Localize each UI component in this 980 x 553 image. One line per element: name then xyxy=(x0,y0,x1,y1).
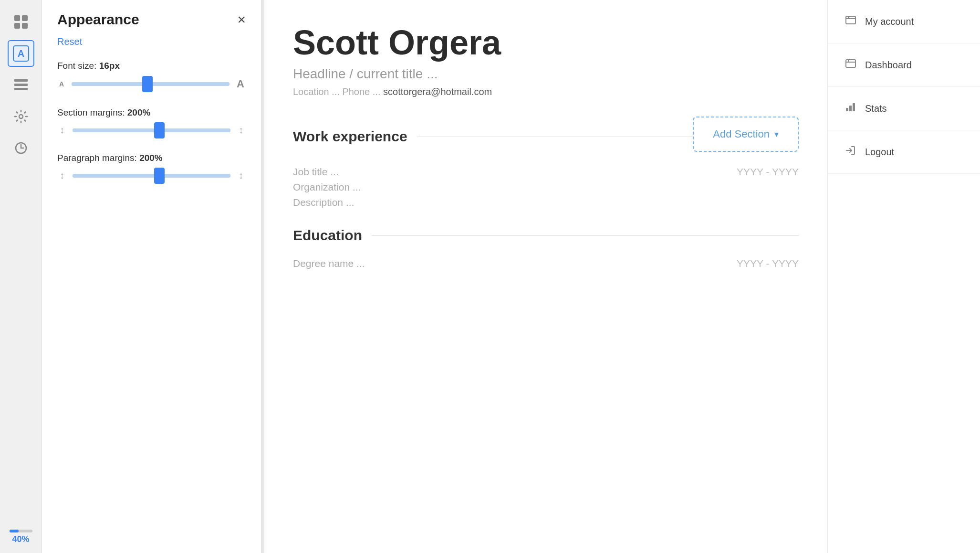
education-section-header: Education xyxy=(293,227,799,244)
add-section-button[interactable]: Add Section ▾ xyxy=(693,117,799,152)
paragraph-margins-section: Paragraph margins: 200% ↕ ↕ xyxy=(57,153,246,181)
work-experience-line xyxy=(417,137,693,137)
history-icon-btn[interactable] xyxy=(8,135,34,161)
job-title[interactable]: Job title ... xyxy=(293,166,339,178)
icon-sidebar: A 40% xyxy=(0,0,42,553)
resume-email[interactable]: scottorgera@hotmail.com xyxy=(383,86,492,97)
section-margins-label: Section margins: 200% xyxy=(57,107,246,118)
menu-item-my-account[interactable]: My account xyxy=(828,0,980,43)
add-section-label: Add Section xyxy=(713,128,770,140)
work-experience-title: Work experience xyxy=(293,128,407,145)
svg-rect-6 xyxy=(14,79,28,82)
degree-name[interactable]: Degree name ... xyxy=(293,258,365,269)
dashboard-label: Dashboard xyxy=(865,60,912,71)
text-format-icon-btn[interactable]: A xyxy=(8,40,34,67)
education-title: Education xyxy=(293,227,362,244)
stats-icon xyxy=(845,101,856,116)
zoom-area: 40% xyxy=(10,530,32,544)
menu-item-dashboard[interactable]: Dashboard xyxy=(828,43,980,87)
font-size-section: Font size: 16px A A xyxy=(57,61,246,90)
logout-icon xyxy=(845,145,856,159)
menu-item-stats[interactable]: Stats xyxy=(828,87,980,130)
para-margin-small-icon: ↕ xyxy=(57,170,67,181)
resume-name[interactable]: Scott Orgera xyxy=(293,24,799,62)
section-margins-value: 200% xyxy=(127,107,151,117)
para-margin-large-icon: ↕ xyxy=(236,170,246,181)
logout-label: Logout xyxy=(865,147,894,158)
resume-contact: Location ... Phone ... scottorgera@hotma… xyxy=(293,86,799,97)
education-date[interactable]: YYYY - YYYY xyxy=(737,258,799,269)
svg-rect-0 xyxy=(14,15,20,21)
font-size-slider[interactable] xyxy=(72,82,229,86)
font-size-slider-row: A A xyxy=(57,78,246,90)
work-experience-item: Job title ... YYYY - YYYY Organization .… xyxy=(293,166,799,208)
description[interactable]: Description ... xyxy=(293,197,799,208)
work-experience-section-header: Work experience Add Section ▾ xyxy=(293,121,799,152)
zoom-label: 40% xyxy=(12,534,29,544)
section-margins-section: Section margins: 200% ↕ ↕ xyxy=(57,107,246,136)
font-size-value: 16px xyxy=(99,61,120,71)
font-large-icon: A xyxy=(235,78,246,90)
grid-icon-btn[interactable] xyxy=(8,9,34,35)
dashboard-icon xyxy=(845,58,856,72)
svg-rect-1 xyxy=(22,15,28,21)
svg-rect-2 xyxy=(14,23,20,29)
resume-phone[interactable]: Phone ... xyxy=(342,86,380,97)
menu-item-logout[interactable]: Logout xyxy=(828,130,980,174)
appearance-panel: Appearance × Reset Font size: 16px A A S… xyxy=(42,0,261,553)
margin-large-icon: ↕ xyxy=(236,125,246,136)
svg-rect-3 xyxy=(22,23,28,29)
job-title-row: Job title ... YYYY - YYYY xyxy=(293,166,799,181)
panel-title: Appearance xyxy=(57,11,139,28)
zoom-bar-fill xyxy=(10,530,19,532)
svg-rect-7 xyxy=(14,84,28,86)
margin-small-icon: ↕ xyxy=(57,125,67,136)
panel-header: Appearance × xyxy=(57,11,246,28)
zoom-bar xyxy=(10,530,32,532)
work-date[interactable]: YYYY - YYYY xyxy=(737,166,799,178)
svg-rect-11 xyxy=(846,16,855,24)
svg-rect-18 xyxy=(849,106,852,111)
account-icon xyxy=(845,14,856,29)
stats-label: Stats xyxy=(865,103,887,114)
right-sidebar: My account Dashboard Stats xyxy=(827,0,980,553)
svg-rect-8 xyxy=(14,88,28,90)
close-button[interactable]: × xyxy=(237,12,246,27)
font-small-icon: A xyxy=(57,80,66,88)
font-size-label: Font size: 16px xyxy=(57,61,246,71)
reset-link[interactable]: Reset xyxy=(57,36,246,47)
resume-headline[interactable]: Headline / current title ... xyxy=(293,66,799,82)
section-margins-slider[interactable] xyxy=(73,128,230,132)
paragraph-margins-value: 200% xyxy=(139,153,163,163)
paragraph-margins-label: Paragraph margins: 200% xyxy=(57,153,246,163)
paragraph-margins-slider-row: ↕ ↕ xyxy=(57,170,246,181)
resume-location[interactable]: Location ... xyxy=(293,86,340,97)
svg-point-9 xyxy=(19,115,23,118)
svg-text:A: A xyxy=(17,48,24,59)
education-item: Degree name ... YYYY - YYYY xyxy=(293,258,799,273)
svg-rect-17 xyxy=(846,108,848,111)
svg-rect-19 xyxy=(853,103,855,111)
main-resume-area: Scott Orgera Headline / current title ..… xyxy=(264,0,827,553)
paragraph-margins-slider[interactable] xyxy=(73,174,230,178)
settings-icon-btn[interactable] xyxy=(8,103,34,130)
section-margins-slider-row: ↕ ↕ xyxy=(57,125,246,136)
layout-icon-btn[interactable] xyxy=(8,72,34,98)
add-section-chevron-icon: ▾ xyxy=(774,129,779,139)
svg-rect-14 xyxy=(846,60,855,67)
degree-row: Degree name ... YYYY - YYYY xyxy=(293,258,799,273)
education-line xyxy=(372,235,799,236)
organization[interactable]: Organization ... xyxy=(293,181,799,193)
my-account-label: My account xyxy=(865,16,914,27)
